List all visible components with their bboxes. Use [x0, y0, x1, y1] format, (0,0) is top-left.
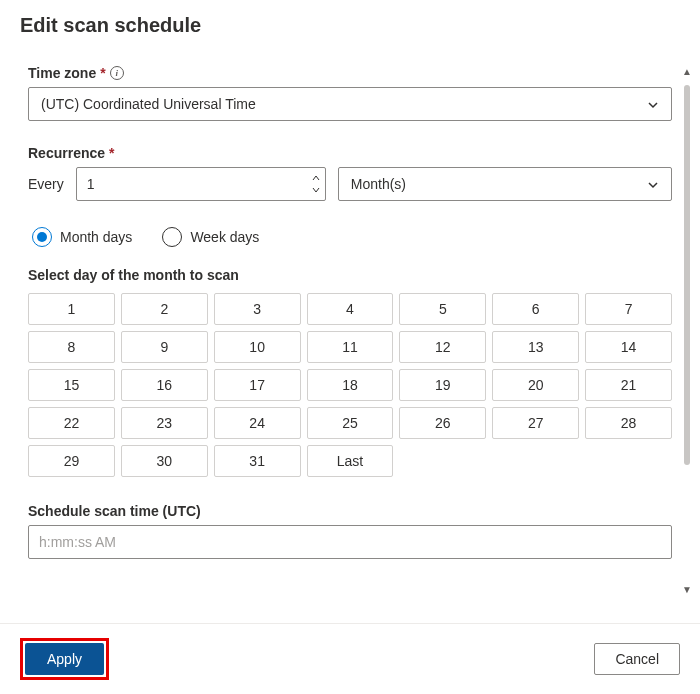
day-cell-31[interactable]: 31: [214, 445, 301, 477]
radio-circle-selected: [32, 227, 52, 247]
spinner-up[interactable]: [309, 172, 323, 184]
every-label: Every: [28, 176, 64, 192]
day-cell-last[interactable]: Last: [307, 445, 394, 477]
day-cell-23[interactable]: 23: [121, 407, 208, 439]
day-cell-17[interactable]: 17: [214, 369, 301, 401]
day-cell-12[interactable]: 12: [399, 331, 486, 363]
recurrence-row: Every 1 Month(s): [28, 167, 672, 201]
day-cell-11[interactable]: 11: [307, 331, 394, 363]
day-cell-24[interactable]: 24: [214, 407, 301, 439]
day-cell-5[interactable]: 5: [399, 293, 486, 325]
day-cell-8[interactable]: 8: [28, 331, 115, 363]
scroll-arrow-up[interactable]: ▲: [681, 66, 693, 78]
day-cell-6[interactable]: 6: [492, 293, 579, 325]
spinner-down[interactable]: [309, 184, 323, 196]
radio-week-days-label: Week days: [190, 229, 259, 245]
day-cell-19[interactable]: 19: [399, 369, 486, 401]
day-cell-22[interactable]: 22: [28, 407, 115, 439]
schedule-time-input[interactable]: h:mm:ss AM: [28, 525, 672, 559]
every-number-input[interactable]: 1: [76, 167, 326, 201]
scroll-arrow-down[interactable]: ▼: [681, 584, 693, 596]
recurrence-label-text: Recurrence: [28, 145, 105, 161]
day-cell-28[interactable]: 28: [585, 407, 672, 439]
day-grid: 1234567891011121314151617181920212223242…: [28, 293, 672, 477]
every-value: 1: [87, 176, 309, 192]
schedule-time-label: Schedule scan time (UTC): [28, 503, 672, 519]
required-asterisk: *: [109, 145, 114, 161]
day-cell-1[interactable]: 1: [28, 293, 115, 325]
cancel-button[interactable]: Cancel: [594, 643, 680, 675]
day-cell-26[interactable]: 26: [399, 407, 486, 439]
content-area: Time zone * i (UTC) Coordinated Universa…: [0, 45, 700, 615]
required-asterisk: *: [100, 65, 105, 81]
day-cell-7[interactable]: 7: [585, 293, 672, 325]
scrollbar-thumb[interactable]: [684, 85, 690, 465]
apply-highlight-box: Apply: [20, 638, 109, 680]
chevron-down-icon: [647, 98, 659, 110]
timezone-label: Time zone * i: [28, 65, 672, 81]
day-cell-2[interactable]: 2: [121, 293, 208, 325]
apply-button[interactable]: Apply: [25, 643, 104, 675]
footer: Apply Cancel: [0, 623, 700, 694]
chevron-down-icon: [647, 178, 659, 190]
recurrence-unit-select[interactable]: Month(s): [338, 167, 672, 201]
select-day-label: Select day of the month to scan: [28, 267, 672, 283]
day-cell-20[interactable]: 20: [492, 369, 579, 401]
info-icon[interactable]: i: [110, 66, 124, 80]
day-cell-15[interactable]: 15: [28, 369, 115, 401]
day-cell-13[interactable]: 13: [492, 331, 579, 363]
timezone-select[interactable]: (UTC) Coordinated Universal Time: [28, 87, 672, 121]
day-cell-14[interactable]: 14: [585, 331, 672, 363]
number-spinner: [309, 172, 323, 196]
radio-month-days[interactable]: Month days: [32, 227, 132, 247]
recurrence-unit-value: Month(s): [351, 176, 406, 192]
day-cell-10[interactable]: 10: [214, 331, 301, 363]
day-cell-3[interactable]: 3: [214, 293, 301, 325]
timezone-value: (UTC) Coordinated Universal Time: [41, 96, 256, 112]
day-mode-radio-group: Month days Week days: [32, 227, 672, 247]
day-cell-16[interactable]: 16: [121, 369, 208, 401]
day-cell-21[interactable]: 21: [585, 369, 672, 401]
radio-week-days[interactable]: Week days: [162, 227, 259, 247]
day-cell-9[interactable]: 9: [121, 331, 208, 363]
day-cell-27[interactable]: 27: [492, 407, 579, 439]
day-cell-29[interactable]: 29: [28, 445, 115, 477]
radio-month-days-label: Month days: [60, 229, 132, 245]
radio-circle: [162, 227, 182, 247]
day-cell-25[interactable]: 25: [307, 407, 394, 439]
schedule-time-placeholder: h:mm:ss AM: [39, 534, 116, 550]
day-cell-30[interactable]: 30: [121, 445, 208, 477]
panel-title: Edit scan schedule: [0, 0, 700, 45]
day-cell-4[interactable]: 4: [307, 293, 394, 325]
timezone-label-text: Time zone: [28, 65, 96, 81]
recurrence-label: Recurrence *: [28, 145, 672, 161]
radio-dot: [37, 232, 47, 242]
day-cell-18[interactable]: 18: [307, 369, 394, 401]
